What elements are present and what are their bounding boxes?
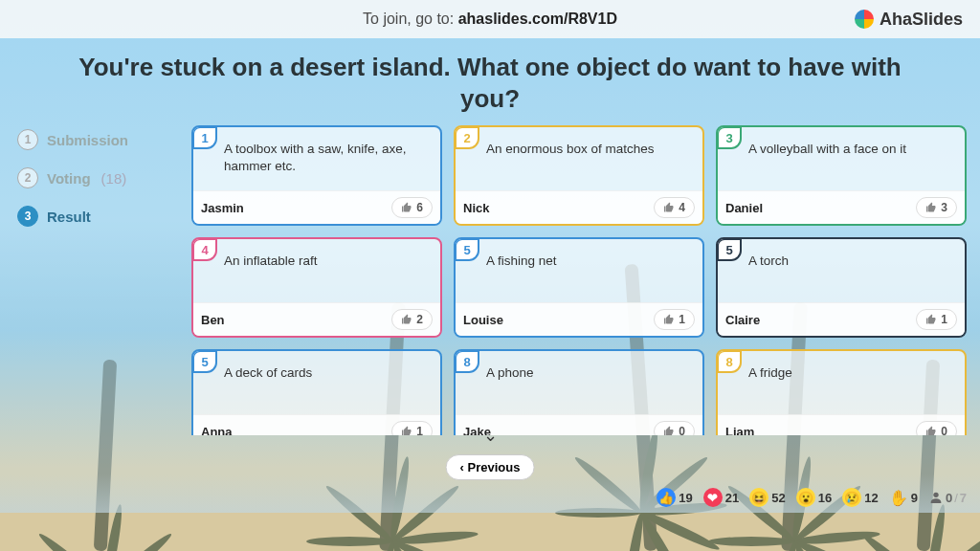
card-footer: Jasmin6 <box>193 190 440 224</box>
thumb-icon <box>401 202 412 213</box>
card-footer: Anna1 <box>193 414 440 435</box>
hand-icon: ✋ <box>889 489 908 507</box>
author-name: Nick <box>463 201 489 215</box>
answer-cards-grid: 1A toolbox with a saw, knife, axe, hamme… <box>191 125 967 435</box>
step-voting[interactable]: 2Voting(18) <box>17 167 180 188</box>
wow-icon: 😮 <box>796 488 815 507</box>
answer-text: A toolbox with a saw, knife, axe, hammer… <box>193 127 440 190</box>
previous-button[interactable]: ‹ Previous <box>446 454 535 480</box>
step-label: Submission <box>47 132 128 148</box>
reaction-haha[interactable]: 😆52 <box>749 488 785 507</box>
like-count-pill[interactable]: 1 <box>391 421 433 435</box>
like-count-pill[interactable]: 4 <box>654 197 695 218</box>
step-result[interactable]: 3Result <box>17 206 180 227</box>
brand-name: AhaSlides <box>880 10 963 30</box>
step-count: (18) <box>101 170 127 187</box>
author-name: Jasmin <box>201 201 244 215</box>
answer-text: An enormous box of matches <box>456 127 702 190</box>
answer-card[interactable]: 5A torchClaire1 <box>716 237 967 338</box>
step-number-icon: 3 <box>17 206 38 227</box>
steps-sidebar: 1Submission2Voting(18)3Result <box>17 125 180 435</box>
author-name: Daniel <box>725 201 763 215</box>
reaction-wow[interactable]: 😮16 <box>796 488 832 507</box>
rank-badge: 4 <box>192 238 217 261</box>
step-label: Result <box>47 209 91 225</box>
answer-card[interactable]: 5A deck of cardsAnna1 <box>191 349 442 435</box>
like-count-pill[interactable]: 2 <box>391 309 433 330</box>
answer-card[interactable]: 5A fishing netLouise1 <box>454 237 704 338</box>
rank-badge: 1 <box>192 126 217 149</box>
like-count: 0 <box>679 425 685 435</box>
thumb-icon <box>663 202 675 213</box>
answer-card[interactable]: 2An enormous box of matchesNick4 <box>454 125 704 226</box>
like-count-pill[interactable]: 1 <box>654 309 695 330</box>
rank-badge: 2 <box>455 126 479 149</box>
reaction-love[interactable]: ❤21 <box>703 488 739 507</box>
brand: AhaSlides <box>855 0 963 38</box>
expand-chevron-icon[interactable]: ⌄ <box>483 425 498 446</box>
thumb-icon <box>925 314 937 325</box>
answer-text: A fishing net <box>456 239 702 302</box>
like-count: 1 <box>941 313 947 326</box>
answer-card[interactable]: 3A volleyball with a face on itDaniel3 <box>716 125 967 226</box>
like-count-pill[interactable]: 1 <box>916 309 957 330</box>
rank-badge: 5 <box>192 350 217 373</box>
thumb-icon <box>401 426 412 435</box>
card-footer: Ben2 <box>193 302 440 336</box>
sad-icon: 😢 <box>842 488 861 507</box>
answer-card[interactable]: 1A toolbox with a saw, knife, axe, hamme… <box>191 125 442 226</box>
answer-text: An inflatable raft <box>193 239 440 302</box>
step-number-icon: 2 <box>17 167 38 188</box>
author-name: Louise <box>463 313 503 327</box>
like-count-pill[interactable]: 6 <box>391 197 433 218</box>
step-label: Voting <box>47 170 91 187</box>
step-number-icon: 1 <box>17 129 38 150</box>
like-count: 1 <box>416 425 423 435</box>
card-footer: Nick4 <box>456 190 702 224</box>
answer-text: A deck of cards <box>193 351 440 414</box>
like-count-pill[interactable]: 3 <box>916 197 957 218</box>
author-name: Claire <box>725 313 760 327</box>
card-footer: Liam0 <box>718 414 965 435</box>
question-title: You're stuck on a desert island. What on… <box>0 38 980 120</box>
reactions-bar: 👍19 ❤21 😆52 😮16 😢12 ✋9 0/7 <box>657 488 967 507</box>
participants-count: 0/7 <box>928 490 967 505</box>
like-count-pill[interactable]: 0 <box>654 421 695 435</box>
answer-card[interactable]: 8A phoneJake0 <box>454 349 704 435</box>
card-footer: Claire1 <box>718 302 965 336</box>
thumb-icon <box>401 314 412 325</box>
answer-text: A phone <box>456 351 702 414</box>
person-icon <box>928 490 944 505</box>
top-bar: To join, go to: ahaslides.com/R8V1D AhaS… <box>0 0 980 38</box>
like-count: 2 <box>416 313 423 326</box>
reaction-like[interactable]: 👍19 <box>657 488 692 507</box>
rank-badge: 5 <box>717 238 742 261</box>
step-submission[interactable]: 1Submission <box>17 129 180 150</box>
like-count-pill[interactable]: 0 <box>916 421 957 435</box>
answer-card[interactable]: 4An inflatable raftBen2 <box>191 237 442 338</box>
reaction-sad[interactable]: 😢12 <box>842 488 878 507</box>
answer-text: A volleyball with a face on it <box>718 127 965 190</box>
reaction-hand[interactable]: ✋9 <box>889 489 918 507</box>
haha-icon: 😆 <box>749 488 768 507</box>
like-count: 3 <box>941 201 947 214</box>
card-footer: Daniel3 <box>718 190 965 224</box>
rank-badge: 5 <box>455 238 479 261</box>
like-count: 0 <box>941 425 947 435</box>
rank-badge: 3 <box>717 126 742 149</box>
thumb-icon <box>663 314 675 325</box>
like-count: 1 <box>679 313 685 326</box>
author-name: Liam <box>725 425 754 436</box>
rank-badge: 8 <box>455 350 479 373</box>
author-name: Anna <box>201 425 233 436</box>
card-footer: Louise1 <box>456 302 702 336</box>
like-count: 6 <box>416 201 423 214</box>
brand-logo-icon <box>855 10 874 29</box>
answer-text: A fridge <box>718 351 965 414</box>
rank-badge: 8 <box>717 350 742 373</box>
join-text: To join, go to: ahaslides.com/R8V1D <box>363 11 617 28</box>
thumb-icon <box>925 202 937 213</box>
answer-text: A torch <box>718 239 965 302</box>
like-count: 4 <box>679 201 685 214</box>
answer-card[interactable]: 8A fridgeLiam0 <box>716 349 967 435</box>
